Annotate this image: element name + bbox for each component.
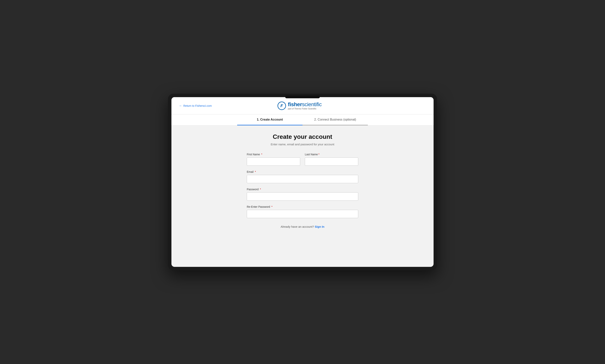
first-name-group: First Name * bbox=[247, 153, 300, 166]
tab-connect-business[interactable]: 2. Connect Business (optional) bbox=[302, 114, 368, 125]
name-row: First Name * Last Name* bbox=[247, 153, 358, 166]
tabs-container: 1. Create Account 2. Connect Business (o… bbox=[171, 114, 434, 126]
password-label: Password * bbox=[247, 188, 358, 191]
email-group: Email * bbox=[247, 170, 358, 183]
reenter-password-label: Re-Enter Password * bbox=[247, 205, 358, 208]
tab-create-account[interactable]: 1. Create Account bbox=[237, 114, 302, 125]
signin-link[interactable]: Sign In bbox=[315, 225, 324, 228]
reenter-password-group: Re-Enter Password * bbox=[247, 205, 358, 218]
email-input[interactable] bbox=[247, 175, 358, 183]
logo-container: F fisherscientific part of Thermo Fisher… bbox=[277, 102, 322, 110]
back-arrow-icon: ← bbox=[179, 104, 182, 107]
signin-prompt: Already have an account? bbox=[281, 225, 314, 228]
last-name-label: Last Name* bbox=[305, 153, 358, 156]
logo-fisher: fisher bbox=[288, 101, 302, 107]
device-notch bbox=[285, 96, 320, 98]
form-wrapper: Create your account Enter name, email an… bbox=[247, 133, 358, 255]
reenter-password-input[interactable] bbox=[247, 210, 358, 218]
email-label: Email * bbox=[247, 170, 358, 173]
logo-area: F fisherscientific part of Thermo Fisher… bbox=[277, 102, 322, 110]
last-name-input[interactable] bbox=[305, 157, 358, 166]
logo-scientific: scientific bbox=[302, 101, 321, 107]
last-name-group: Last Name* bbox=[305, 153, 358, 166]
logo-brand: fisherscientific bbox=[288, 102, 322, 107]
page-subtitle: Enter name, email and password for your … bbox=[247, 143, 358, 146]
logo-sub: part of Thermo Fisher Scientific bbox=[288, 108, 322, 110]
back-link-label: Return to Fishersci.com bbox=[183, 104, 212, 107]
device-frame: ← Return to Fishersci.com F fisherscient… bbox=[168, 94, 437, 270]
first-name-label: First Name * bbox=[247, 153, 300, 156]
logo-icon: F bbox=[277, 102, 286, 110]
tabs: 1. Create Account 2. Connect Business (o… bbox=[237, 114, 368, 125]
first-name-input[interactable] bbox=[247, 157, 300, 166]
back-link[interactable]: ← Return to Fishersci.com bbox=[179, 104, 212, 107]
last-name-required: * bbox=[318, 153, 319, 156]
reenter-password-required: * bbox=[271, 205, 272, 208]
page-title: Create your account bbox=[247, 133, 358, 140]
header: ← Return to Fishersci.com F fisherscient… bbox=[171, 97, 434, 114]
screen: ← Return to Fishersci.com F fisherscient… bbox=[171, 97, 434, 267]
password-required: * bbox=[259, 188, 261, 191]
main-content: Create your account Enter name, email an… bbox=[171, 126, 434, 267]
first-name-required: * bbox=[261, 153, 262, 156]
email-required: * bbox=[254, 170, 256, 173]
signin-row: Already have an account? Sign In bbox=[247, 225, 358, 228]
password-group: Password * bbox=[247, 188, 358, 201]
logo-text: fisherscientific part of Thermo Fisher S… bbox=[288, 102, 322, 110]
password-input[interactable] bbox=[247, 192, 358, 201]
